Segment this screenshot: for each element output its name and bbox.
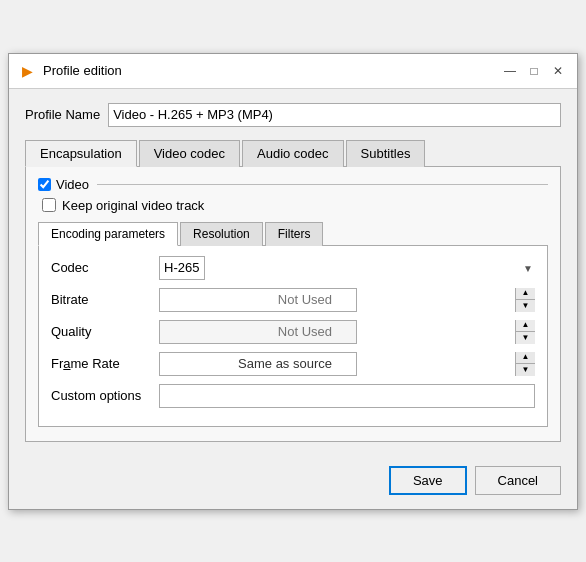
frame-rate-input[interactable] <box>159 352 357 376</box>
video-checkbox-label: Video <box>56 177 89 192</box>
tab-video-codec[interactable]: Video codec <box>139 140 240 167</box>
tab-subtitles[interactable]: Subtitles <box>346 140 426 167</box>
quality-spinner-buttons: ▲ ▼ <box>515 320 535 344</box>
close-button[interactable]: ✕ <box>549 62 567 80</box>
profile-name-label: Profile Name <box>25 107 100 122</box>
quality-spinner-wrap: ▲ ▼ <box>159 320 535 344</box>
frame-rate-spinner-wrap: ▲ ▼ <box>159 352 535 376</box>
video-checkbox[interactable] <box>38 178 51 191</box>
inner-tab-encoding[interactable]: Encoding parameters <box>38 222 178 246</box>
title-bar: ▶ Profile edition — □ ✕ <box>9 54 577 89</box>
custom-options-input[interactable] <box>159 384 535 408</box>
quality-input[interactable] <box>159 320 357 344</box>
keep-original-checkbox[interactable] <box>42 198 56 212</box>
bitrate-spinner-wrap: ▲ ▼ <box>159 288 535 312</box>
bitrate-spinner-buttons: ▲ ▼ <box>515 288 535 312</box>
profile-edition-window: ▶ Profile edition — □ ✕ Profile Name Enc… <box>8 53 578 510</box>
codec-dropdown-icon: ▼ <box>523 262 533 273</box>
custom-options-row: Custom options <box>51 384 535 408</box>
maximize-button[interactable]: □ <box>525 62 543 80</box>
codec-row: Codec H-265 ▼ <box>51 256 535 280</box>
bitrate-increment-button[interactable]: ▲ <box>516 288 535 301</box>
custom-options-label: Custom options <box>51 388 151 403</box>
frame-rate-increment-button[interactable]: ▲ <box>516 352 535 365</box>
bottom-bar: Save Cancel <box>9 456 577 509</box>
quality-decrement-button[interactable]: ▼ <box>516 332 535 344</box>
window-controls: — □ ✕ <box>501 62 567 80</box>
bitrate-row: Bitrate ▲ ▼ <box>51 288 535 312</box>
frame-rate-label: Frame Rate <box>51 356 151 371</box>
profile-name-row: Profile Name <box>25 103 561 127</box>
keep-original-label: Keep original video track <box>62 198 204 213</box>
window-content: Profile Name Encapsulation Video codec A… <box>9 89 577 456</box>
minimize-button[interactable]: — <box>501 62 519 80</box>
tab-audio-codec[interactable]: Audio codec <box>242 140 344 167</box>
quality-label: Quality <box>51 324 151 339</box>
bitrate-label: Bitrate <box>51 292 151 307</box>
main-tabs: Encapsulation Video codec Audio codec Su… <box>25 139 561 167</box>
frame-rate-row: Frame Rate ▲ ▼ <box>51 352 535 376</box>
tab-encapsulation[interactable]: Encapsulation <box>25 140 137 167</box>
quality-increment-button[interactable]: ▲ <box>516 320 535 333</box>
inner-tabs: Encoding parameters Resolution Filters <box>38 221 548 246</box>
quality-row: Quality ▲ ▼ <box>51 320 535 344</box>
bitrate-input[interactable] <box>159 288 357 312</box>
window-title: Profile edition <box>43 63 501 78</box>
tab-content-encapsulation: Video Keep original video track Encoding… <box>25 167 561 442</box>
bitrate-decrement-button[interactable]: ▼ <box>516 300 535 312</box>
inner-tab-filters[interactable]: Filters <box>265 222 324 246</box>
frame-rate-spinner-buttons: ▲ ▼ <box>515 352 535 376</box>
cancel-button[interactable]: Cancel <box>475 466 561 495</box>
inner-tab-resolution[interactable]: Resolution <box>180 222 263 246</box>
keep-original-row: Keep original video track <box>42 198 548 213</box>
frame-rate-decrement-button[interactable]: ▼ <box>516 364 535 376</box>
encoding-parameters-content: Codec H-265 ▼ Bitrate ▲ <box>38 246 548 427</box>
codec-label: Codec <box>51 260 151 275</box>
codec-select-wrap: H-265 ▼ <box>159 256 535 280</box>
profile-name-input[interactable] <box>108 103 561 127</box>
save-button[interactable]: Save <box>389 466 467 495</box>
codec-select[interactable]: H-265 <box>159 256 205 280</box>
app-icon: ▶ <box>19 63 35 79</box>
